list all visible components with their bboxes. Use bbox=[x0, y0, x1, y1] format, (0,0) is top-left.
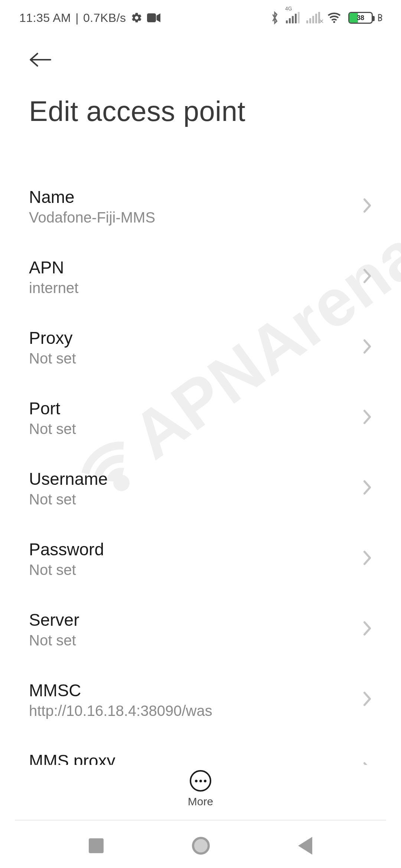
chevron-right-icon bbox=[362, 197, 372, 215]
nav-back-button[interactable] bbox=[298, 837, 312, 855]
chevron-right-icon bbox=[362, 268, 372, 286]
svg-rect-1 bbox=[147, 13, 156, 22]
chevron-right-icon bbox=[362, 338, 372, 356]
apn-row-key: Username bbox=[29, 469, 108, 489]
status-net-speed: 0.7KB/s bbox=[83, 11, 126, 25]
apn-row-password[interactable]: PasswordNot set bbox=[0, 523, 401, 594]
apn-row-value: internet bbox=[29, 280, 78, 296]
apn-row-key: APN bbox=[29, 257, 78, 277]
apn-row-value: Not set bbox=[29, 632, 79, 649]
apn-row-key: Port bbox=[29, 398, 76, 418]
settings-icon bbox=[131, 12, 143, 24]
apn-row-name[interactable]: NameVodafone-Fiji-MMS bbox=[0, 171, 401, 241]
more-button[interactable]: More bbox=[0, 765, 401, 813]
chevron-right-icon bbox=[362, 409, 372, 427]
chevron-right-icon bbox=[362, 550, 372, 568]
status-time: 11:35 AM bbox=[19, 11, 71, 25]
apn-row-key: Server bbox=[29, 610, 79, 630]
apn-row-key: Proxy bbox=[29, 328, 76, 348]
status-bar: 11:35 AM | 0.7KB/s 4G ✕ 38 𐌁 bbox=[0, 0, 401, 36]
chevron-right-icon bbox=[362, 479, 372, 497]
back-button[interactable] bbox=[29, 47, 55, 73]
chevron-right-icon bbox=[362, 691, 372, 708]
divider bbox=[15, 820, 386, 821]
apn-row-key: Password bbox=[29, 539, 104, 559]
apn-row-mmsc[interactable]: MMSChttp://10.16.18.4:38090/was bbox=[0, 664, 401, 735]
signal-sim2-icon: ✕ bbox=[306, 12, 320, 23]
apn-row-value: Vodafone-Fiji-MMS bbox=[29, 209, 155, 226]
apn-row-value: Not set bbox=[29, 421, 76, 437]
apn-row-port[interactable]: PortNot set bbox=[0, 382, 401, 453]
more-icon bbox=[190, 770, 211, 792]
apn-row-apn[interactable]: APNinternet bbox=[0, 241, 401, 312]
page-title: Edit access point bbox=[29, 95, 372, 127]
apn-row-username[interactable]: UsernameNot set bbox=[0, 453, 401, 523]
apn-row-value: http://10.16.18.4:38090/was bbox=[29, 703, 212, 719]
chevron-right-icon bbox=[362, 620, 372, 638]
apn-row-proxy[interactable]: ProxyNot set bbox=[0, 312, 401, 382]
apn-row-value: Not set bbox=[29, 350, 76, 367]
nav-recents-button[interactable] bbox=[89, 838, 104, 853]
battery-icon: 38 bbox=[348, 12, 373, 24]
bluetooth-icon bbox=[270, 11, 279, 24]
apn-row-server[interactable]: ServerNot set bbox=[0, 594, 401, 664]
nav-home-button[interactable] bbox=[192, 837, 210, 855]
charging-icon: 𐌁 bbox=[377, 12, 383, 24]
apn-row-value: Not set bbox=[29, 562, 104, 578]
wifi-icon bbox=[327, 12, 342, 24]
apn-row-value: Not set bbox=[29, 491, 108, 508]
apn-row-key: Name bbox=[29, 187, 155, 207]
camera-icon bbox=[147, 13, 160, 23]
apn-row-key: MMSC bbox=[29, 680, 212, 700]
android-nav-bar bbox=[0, 823, 401, 868]
signal-sim1-icon: 4G bbox=[286, 12, 300, 23]
svg-point-2 bbox=[333, 21, 335, 23]
